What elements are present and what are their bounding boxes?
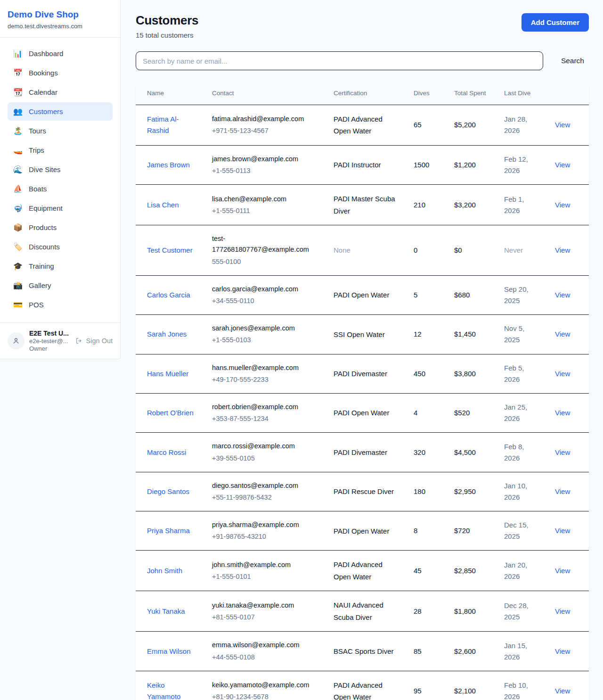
sidebar-item-calendar[interactable]: 📆 Calendar (8, 83, 113, 101)
customer-certification: SSI Open Water (326, 315, 406, 354)
wave-icon: 🌊 (13, 165, 23, 174)
view-customer-link[interactable]: View (555, 687, 570, 695)
customer-name-link[interactable]: James Brown (147, 161, 190, 169)
user-role: Owner (29, 345, 71, 352)
customer-dives: 12 (406, 315, 447, 354)
customer-name-link[interactable]: Test Customer (147, 246, 193, 254)
customer-email: john.smith@example.com (212, 560, 318, 570)
customer-name-link[interactable]: Diego Santos (147, 487, 189, 495)
sidebar-item-equipment[interactable]: 🤿 Equipment (8, 199, 113, 217)
customer-last-dive: Feb 1, 2026 (497, 185, 547, 225)
view-customer-link[interactable]: View (555, 161, 570, 169)
customer-phone: +55-11-99876-5432 (212, 492, 318, 503)
view-customer-link[interactable]: View (555, 567, 570, 575)
speedboat-icon: 🚤 (13, 146, 23, 155)
table-row: John Smith john.smith@example.com +1-555… (136, 551, 589, 591)
customer-email: lisa.chen@example.com (212, 194, 318, 205)
sidebar-item-dashboard[interactable]: 📊 Dashboard (8, 44, 113, 63)
view-customer-link[interactable]: View (555, 201, 570, 209)
customer-phone: +34-555-0110 (212, 296, 318, 306)
sidebar-item-products[interactable]: 📦 Products (8, 218, 113, 237)
customer-dives: 210 (406, 185, 447, 225)
customer-last-dive: Feb 12, 2026 (497, 145, 547, 184)
customer-email: keiko.yamamoto@example.com (212, 680, 318, 691)
customer-name-link[interactable]: Priya Sharma (147, 527, 190, 535)
sidebar-item-training[interactable]: 🎓 Training (8, 257, 113, 275)
customer-dives: 95 (406, 671, 447, 700)
view-customer-link[interactable]: View (555, 370, 570, 378)
customer-total-spent: $1,450 (447, 315, 497, 354)
table-row: Diego Santos diego.santos@example.com +5… (136, 472, 589, 511)
customer-total-spent: $720 (447, 511, 497, 551)
sidebar-item-tours[interactable]: 🏝️ Tours (8, 122, 113, 140)
search-bar: Search (136, 51, 589, 70)
view-customer-link[interactable]: View (555, 527, 570, 535)
shop-domain: demo.test.divestreams.com (8, 23, 113, 30)
sidebar-item-customers[interactable]: 👥 Customers (8, 102, 113, 121)
view-customer-link[interactable]: View (555, 121, 570, 129)
customer-certification: PADI Master Scuba Diver (326, 185, 406, 225)
table-row: Fatima Al-Rashid fatima.alrashid@example… (136, 105, 589, 145)
customer-dives: 320 (406, 433, 447, 472)
customer-email: diego.santos@example.com (212, 480, 318, 491)
view-customer-link[interactable]: View (555, 647, 570, 655)
customer-name-link[interactable]: Hans Mueller (147, 370, 188, 378)
island-icon: 🏝️ (13, 126, 23, 135)
customer-last-dive: Sep 20, 2025 (497, 275, 547, 314)
avatar (8, 332, 24, 349)
sailboat-icon: ⛵ (13, 184, 23, 193)
view-customer-link[interactable]: View (555, 330, 570, 338)
graduation-cap-icon: 🎓 (13, 262, 23, 271)
customer-certification: PADI Divemaster (326, 354, 406, 393)
sign-out-button[interactable]: Sign Out (75, 337, 113, 345)
view-customer-link[interactable]: View (555, 487, 570, 495)
customer-name-link[interactable]: Yuki Tanaka (147, 607, 185, 615)
sign-out-icon (75, 337, 83, 345)
customer-last-dive: Feb 8, 2026 (497, 433, 547, 472)
column-header-contact: Contact (204, 82, 326, 105)
column-header-dives: Dives (406, 82, 447, 105)
customer-name-link[interactable]: Sarah Jones (147, 330, 187, 338)
customer-name-link[interactable]: Keiko Yamamoto (147, 681, 180, 700)
sidebar-item-trips[interactable]: 🚤 Trips (8, 141, 113, 159)
customer-dives: 8 (406, 511, 447, 551)
view-customer-link[interactable]: View (555, 409, 570, 417)
customer-name-link[interactable]: Marco Rossi (147, 448, 186, 456)
main-content: Customers 15 total customers Add Custome… (121, 0, 603, 700)
sidebar-item-pos[interactable]: 💳 POS (8, 296, 113, 314)
customer-name-link[interactable]: Robert O'Brien (147, 409, 194, 417)
add-customer-button[interactable]: Add Customer (522, 13, 589, 32)
customer-name-link[interactable]: Fatima Al-Rashid (147, 115, 179, 134)
table-row: Marco Rossi marco.rossi@example.com +39-… (136, 433, 589, 472)
customer-last-dive: Feb 10, 2026 (497, 671, 547, 700)
view-customer-link[interactable]: View (555, 246, 570, 254)
customer-last-dive: Jan 20, 2026 (497, 551, 547, 591)
customer-name-link[interactable]: Lisa Chen (147, 201, 179, 209)
calendar-date-icon: 📅 (13, 68, 23, 77)
customer-certification: PADI Rescue Diver (326, 472, 406, 511)
search-input[interactable] (136, 51, 543, 70)
customer-email: james.brown@example.com (212, 154, 318, 165)
page-header: Customers 15 total customers Add Custome… (136, 13, 589, 39)
customer-name-link[interactable]: Carlos Garcia (147, 291, 190, 299)
tag-icon: 🏷️ (13, 242, 23, 251)
bar-chart-icon: 📊 (13, 49, 23, 58)
sidebar-item-boats[interactable]: ⛵ Boats (8, 180, 113, 198)
view-customer-link[interactable]: View (555, 607, 570, 615)
sidebar-item-gallery[interactable]: 📸 Gallery (8, 276, 113, 295)
sidebar-item-discounts[interactable]: 🏷️ Discounts (8, 238, 113, 256)
customer-certification: PADI Open Water (326, 393, 406, 432)
view-customer-link[interactable]: View (555, 448, 570, 456)
table-row: James Brown james.brown@example.com +1-5… (136, 145, 589, 184)
sidebar-item-dive-sites[interactable]: 🌊 Dive Sites (8, 160, 113, 179)
customer-certification: PADI Advanced Open Water (326, 551, 406, 591)
customer-name-link[interactable]: Emma Wilson (147, 647, 191, 655)
customer-last-dive: Dec 28, 2025 (497, 591, 547, 632)
sidebar-header: Demo Dive Shop demo.test.divestreams.com (0, 0, 120, 38)
sidebar-item-bookings[interactable]: 📅 Bookings (8, 64, 113, 82)
customer-dives: 85 (406, 632, 447, 671)
customer-name-link[interactable]: John Smith (147, 567, 182, 575)
customer-count: 15 total customers (136, 31, 198, 39)
search-button[interactable]: Search (556, 54, 589, 68)
view-customer-link[interactable]: View (555, 291, 570, 299)
